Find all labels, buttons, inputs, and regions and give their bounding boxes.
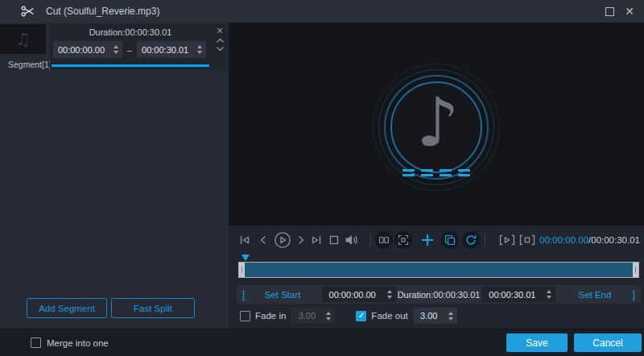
trim-start-value[interactable]: 00:00:00.00 — [322, 290, 383, 300]
split-button[interactable] — [375, 231, 393, 249]
trim-start-input[interactable]: 00:00:00.00 — [322, 287, 396, 302]
segment-start-stepper[interactable] — [109, 41, 122, 58]
current-time: 00:00:00.00 — [539, 235, 588, 245]
reset-button[interactable] — [462, 231, 480, 249]
spinner-up-icon[interactable] — [197, 45, 202, 48]
segment-end-input[interactable]: 00:00:30.01 — [137, 41, 206, 58]
skip-end-icon[interactable] — [310, 234, 323, 246]
music-note-icon: ♪ — [416, 83, 460, 162]
volume-icon[interactable] — [345, 234, 359, 246]
segment-list-panel: ♫ Segment[1] Duration:00:00:30.01 00:00:… — [0, 23, 229, 329]
trim-handle-right[interactable] — [633, 263, 638, 277]
segment-move-down-icon[interactable] — [216, 46, 225, 52]
fade-out-stepper[interactable] — [444, 308, 457, 324]
segment-time-inputs: 00:00:00.00 – 00:00:30.01 — [53, 41, 206, 58]
spinner-up-icon[interactable] — [547, 290, 551, 293]
fade-out-value[interactable]: 3.00 — [414, 311, 444, 321]
playhead-marker[interactable] — [242, 255, 250, 261]
copy-icon — [444, 234, 456, 246]
copy-button[interactable] — [441, 231, 459, 249]
merge-into-one-label: Merge into one — [47, 338, 109, 348]
time-display: 00:00:00.00/00:00:30.01 — [539, 235, 640, 245]
frame-icon — [398, 234, 409, 246]
window-title: Cut (Soulful_Reverie.mp3) — [46, 6, 159, 17]
fade-in-stepper[interactable] — [322, 308, 335, 324]
playback-controls-panel: 00:00:00.00/00:00:30.01 [ Set Start 00:0… — [229, 226, 644, 329]
trim-end-stepper[interactable] — [543, 287, 555, 302]
fade-out-checkbox[interactable]: ✓ — [356, 311, 366, 321]
trim-end-value[interactable]: 00:00:30.01 — [481, 290, 543, 300]
segment-end-stepper[interactable] — [193, 41, 206, 58]
spinner-up-icon[interactable] — [114, 45, 118, 48]
checkmark-icon: ✓ — [358, 312, 365, 320]
bracket-right: ] — [633, 289, 635, 300]
spinner-down-icon[interactable] — [448, 317, 453, 321]
add-icon[interactable] — [420, 233, 435, 247]
fade-out-duration-input[interactable]: 3.00 — [414, 308, 457, 324]
window-controls: ✕ — [605, 6, 644, 17]
segment-card-actions: ✕ — [213, 27, 227, 52]
equalizer-dashes-icon — [402, 169, 470, 176]
spinner-down-icon[interactable] — [387, 296, 392, 299]
transport-bar: 00:00:00.00/00:00:30.01 — [238, 230, 640, 250]
timeline-track[interactable] — [238, 262, 639, 278]
segment-start-input[interactable]: 00:00:00.00 — [53, 41, 122, 58]
scissors-icon — [21, 5, 35, 18]
spinner-down-icon[interactable] — [547, 296, 551, 299]
prev-frame-icon[interactable] — [258, 234, 268, 246]
trim-bar: [ Set Start 00:00:00.00 Duration:00:00:3… — [237, 285, 641, 304]
segment-duration-label: Duration:00:00:30.01 — [50, 27, 211, 37]
divider — [370, 234, 371, 246]
segment-label: Segment[1] — [8, 60, 52, 69]
fade-in-duration-input[interactable]: 3.00 — [291, 308, 335, 324]
maximize-button[interactable] — [605, 7, 614, 16]
segment-card[interactable]: Duration:00:00:30.01 00:00:00.00 – 00:00… — [50, 24, 228, 70]
cancel-button[interactable]: Cancel — [574, 333, 642, 352]
trim-end-input[interactable]: 00:00:30.01 — [481, 287, 555, 302]
stop-segment-icon[interactable] — [519, 234, 535, 246]
split-icon — [378, 234, 390, 246]
trim-start-stepper[interactable] — [383, 287, 396, 302]
titlebar: Cut (Soulful_Reverie.mp3) ✕ — [0, 0, 644, 23]
merge-into-one-checkbox[interactable]: ✓ — [31, 337, 41, 348]
reset-icon — [465, 234, 477, 246]
footer-bar: ✓ Merge into one Save Cancel — [0, 329, 644, 356]
segment-end-value[interactable]: 00:00:30.01 — [137, 45, 193, 55]
total-time: /00:00:30.01 — [588, 235, 640, 245]
spinner-down-icon[interactable] — [114, 51, 118, 54]
divider — [485, 234, 485, 246]
fade-in-label: Fade in — [255, 311, 286, 321]
segment-thumbnail[interactable]: ♫ — [0, 24, 46, 54]
spinner-up-icon[interactable] — [387, 290, 392, 293]
skip-start-icon[interactable] — [238, 234, 251, 246]
play-segment-icon[interactable] — [499, 234, 515, 246]
range-separator: – — [127, 45, 132, 55]
fade-out-label: Fade out — [371, 311, 407, 321]
segment-remove-icon[interactable]: ✕ — [216, 27, 223, 35]
spinner-up-icon[interactable] — [326, 312, 331, 315]
spinner-down-icon[interactable] — [197, 51, 202, 54]
save-button[interactable]: Save — [506, 333, 568, 352]
stop-icon[interactable] — [328, 234, 340, 246]
fast-split-button[interactable]: Fast Split — [111, 298, 195, 318]
fade-in-checkbox[interactable]: ✓ — [240, 311, 250, 321]
trim-duration-label: Duration:00:00:30.01 — [398, 290, 481, 300]
segment-thumbnail-note-icon: ♫ — [15, 30, 31, 49]
spinner-down-icon[interactable] — [326, 317, 331, 321]
segment-start-value[interactable]: 00:00:00.00 — [53, 45, 109, 55]
audio-preview: ♪ — [229, 23, 644, 226]
add-segment-button[interactable]: Add Segment — [27, 298, 107, 318]
spinner-up-icon[interactable] — [448, 312, 453, 315]
fade-bar: ✓ Fade in 3.00 ✓ Fade out 3.00 — [240, 307, 457, 325]
preview-and-controls: ♪ — [229, 23, 644, 329]
set-start-button[interactable]: Set Start — [245, 290, 320, 300]
close-button[interactable]: ✕ — [625, 6, 634, 17]
set-end-button[interactable]: Set End — [557, 290, 632, 300]
trim-handle-left[interactable] — [239, 263, 245, 277]
segment-progress-bar — [52, 64, 209, 67]
next-frame-icon[interactable] — [296, 234, 306, 246]
fade-in-value[interactable]: 3.00 — [291, 311, 322, 321]
play-button[interactable] — [274, 231, 291, 249]
segment-move-up-icon[interactable] — [216, 38, 225, 43]
frame-button[interactable] — [394, 231, 412, 249]
